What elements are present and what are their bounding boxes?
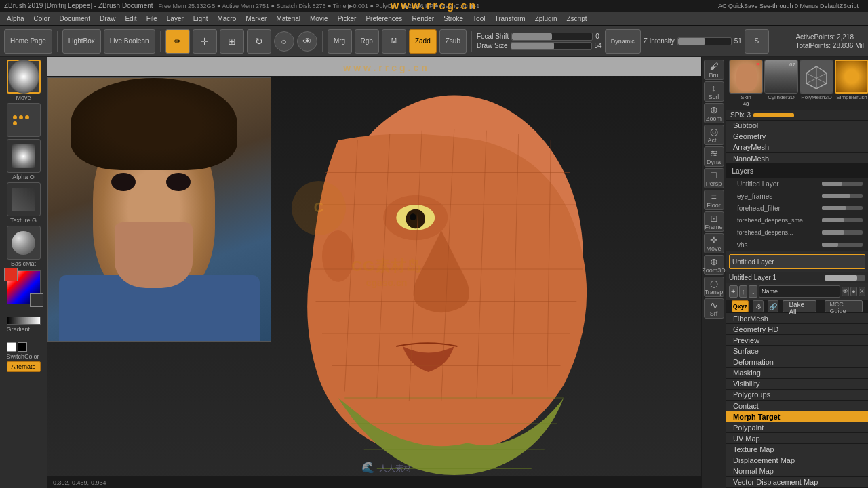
menu-material[interactable]: Material xyxy=(272,14,304,23)
layer-forehead-deepens-slider[interactable] xyxy=(822,218,863,222)
layer-down-btn[interactable]: ↓ xyxy=(749,285,757,298)
morph-target-item[interactable]: Morph Target xyxy=(726,411,868,422)
scale-mode-button[interactable]: ⊞ xyxy=(220,29,244,54)
layer-rename-input[interactable] xyxy=(759,285,840,298)
displacement-map-item[interactable]: Displacement Map xyxy=(726,455,868,466)
m-button[interactable]: M xyxy=(382,29,406,54)
visibility-item[interactable]: Visibility xyxy=(726,379,868,390)
layer-eye-slider[interactable] xyxy=(822,194,863,198)
mcc-guide-button[interactable]: MCC Guide xyxy=(825,300,863,312)
menu-layer[interactable]: Layer xyxy=(163,14,188,23)
background-color[interactable] xyxy=(30,293,43,307)
zadd-button[interactable]: Zadd xyxy=(409,29,437,54)
menu-alpha[interactable]: Alpha xyxy=(3,14,28,23)
bake-all-button[interactable]: Bake All xyxy=(783,300,816,312)
black-swatch[interactable] xyxy=(18,342,27,352)
right-srf-btn[interactable]: ∿ Srf xyxy=(704,298,724,319)
layer-forehead-filter[interactable]: forehead_filter xyxy=(726,202,868,214)
dots-icon[interactable] xyxy=(7,103,41,137)
layer-untitled[interactable]: Untitled Layer xyxy=(726,178,868,190)
arraymesh-item[interactable]: ArrayMesh xyxy=(726,142,868,153)
right-scroll-btn[interactable]: ↕ Scrl xyxy=(704,81,724,102)
circle-icon-button[interactable]: ○ xyxy=(274,31,294,52)
draw-size-slider[interactable] xyxy=(511,42,592,50)
menu-color[interactable]: Color xyxy=(30,14,54,23)
qxyz-button[interactable]: Qxyz xyxy=(732,300,749,312)
layer-delete-btn[interactable]: ✕ xyxy=(859,287,865,296)
vector-displacement-map-item[interactable]: Vector Displacement Map xyxy=(726,477,868,488)
fibermesh-item[interactable]: FiberMesh xyxy=(726,313,868,324)
rotate-mode-button[interactable]: ↻ xyxy=(247,29,271,54)
polygroups-item[interactable]: Polygroups xyxy=(726,390,868,401)
right-actual-btn[interactable]: ◎ Actu xyxy=(704,125,724,145)
menu-draw[interactable]: Draw xyxy=(96,14,119,23)
menu-render[interactable]: Render xyxy=(408,14,438,23)
layer-link-btn[interactable]: 🔗 xyxy=(768,300,778,312)
simple-brush-box[interactable] xyxy=(835,60,868,94)
menu-stroke[interactable]: Stroke xyxy=(439,14,467,23)
texture-icon[interactable] xyxy=(7,182,41,216)
menu-macro[interactable]: Macro xyxy=(213,14,240,23)
polypaint-item[interactable]: Polypaint xyxy=(726,422,868,433)
layer-forehead-deepens2-slider[interactable] xyxy=(822,230,863,235)
dynamic-button[interactable]: Dynamic xyxy=(605,29,641,54)
texture-map-item[interactable]: Texture Map xyxy=(726,444,868,455)
contact-item[interactable]: Contact xyxy=(726,401,868,411)
menu-movie[interactable]: Movie xyxy=(306,14,332,23)
white-swatch[interactable] xyxy=(7,342,16,352)
focal-shift-slider[interactable] xyxy=(511,33,593,41)
layer-up-btn[interactable]: ↑ xyxy=(739,285,748,298)
right-move-btn[interactable]: ✛ Move xyxy=(704,233,724,253)
normal-map-item[interactable]: Normal Map xyxy=(726,466,868,477)
lightbox-button[interactable]: LightBox xyxy=(62,29,101,54)
brush-icon[interactable] xyxy=(7,60,41,94)
gradient-strip[interactable] xyxy=(7,317,41,325)
preview-item[interactable]: Preview xyxy=(726,335,868,346)
mrg-button[interactable]: Mrg xyxy=(328,29,352,54)
menu-tool[interactable]: Tool xyxy=(469,14,489,23)
right-persp-btn[interactable]: □ Persp xyxy=(704,168,724,188)
layer-vhs-slider[interactable] xyxy=(822,243,863,247)
right-brush-btn[interactable]: 🖌 Bru xyxy=(704,60,724,80)
layer-eye-frames[interactable]: eye_frames xyxy=(726,190,868,202)
home-page-button[interactable]: Home Page xyxy=(4,29,52,54)
canvas-area[interactable]: C CG素材岛 cgaso.cn www.rrcg.cn 🌊 人人素材 0.30… xyxy=(47,57,726,488)
foreground-color[interactable] xyxy=(4,268,18,281)
deformation-item[interactable]: Deformation xyxy=(726,357,868,368)
menu-preferences[interactable]: Preferences xyxy=(361,14,406,23)
uv-map-item[interactable]: UV Map xyxy=(726,433,868,444)
menu-file[interactable]: File xyxy=(142,14,161,23)
layer-name-input[interactable] xyxy=(729,254,865,269)
layer-eye-toggle[interactable]: 👁 xyxy=(842,287,849,296)
surface-item[interactable]: Surface xyxy=(726,346,868,357)
alternate-button[interactable]: Alternate xyxy=(7,361,41,372)
subtool-item[interactable]: Subtool xyxy=(726,121,868,131)
layer-untitled-slider[interactable] xyxy=(822,182,863,186)
rgb-button[interactable]: Rgb xyxy=(355,29,379,54)
zsub-button[interactable]: Zsub xyxy=(439,29,467,54)
geometry-hd-item[interactable]: Geometry HD xyxy=(726,324,868,335)
alpha-icon[interactable] xyxy=(7,139,41,173)
layer-settings-btn[interactable]: ⚙ xyxy=(753,300,764,312)
cylinder-3d-box[interactable]: 67 xyxy=(764,60,798,94)
masking-item[interactable]: Masking xyxy=(726,368,868,379)
right-zoom3d-btn[interactable]: ⊕ Zoom3D xyxy=(704,255,724,275)
skin-48-box[interactable]: R xyxy=(729,60,763,94)
geometry-item[interactable]: Geometry xyxy=(726,131,868,142)
right-dynamic-btn[interactable]: ≋ Dyna xyxy=(704,146,724,167)
layer-vhs[interactable]: vhs xyxy=(726,239,868,251)
menu-transform[interactable]: Transform xyxy=(490,14,529,23)
menu-zplugin[interactable]: Zplugin xyxy=(531,14,561,23)
right-frame-btn[interactable]: ⊡ Frame xyxy=(704,211,724,232)
layer-add-btn[interactable]: + xyxy=(729,285,738,298)
menu-marker[interactable]: Marker xyxy=(241,14,271,23)
polymesh-3d-box[interactable] xyxy=(800,60,833,94)
layer-forehead-deepens[interactable]: forehead_deepens... xyxy=(726,226,868,239)
move-mode-button[interactable]: ✛ xyxy=(193,29,217,54)
layer-record-btn[interactable]: ● xyxy=(850,287,857,296)
menu-picker[interactable]: Picker xyxy=(334,14,361,23)
layer-named-slider[interactable] xyxy=(825,275,865,281)
z-intensity-slider[interactable] xyxy=(677,37,732,45)
live-boolean-button[interactable]: Live Boolean xyxy=(104,29,155,54)
menu-edit[interactable]: Edit xyxy=(121,14,140,23)
